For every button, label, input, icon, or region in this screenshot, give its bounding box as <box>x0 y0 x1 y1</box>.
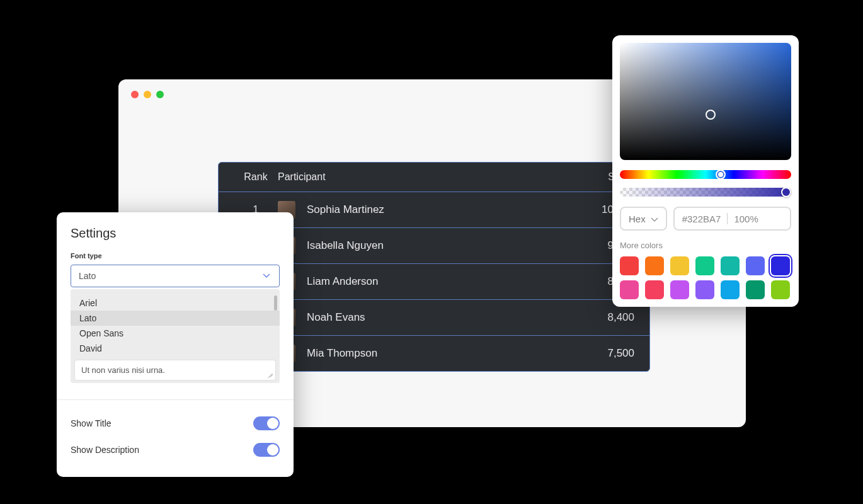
header-rank: Rank <box>234 171 278 183</box>
color-swatch[interactable] <box>771 280 790 299</box>
font-option[interactable]: Ariel <box>71 295 280 311</box>
color-swatch[interactable] <box>746 256 765 275</box>
score-cell: 8,400 <box>565 311 634 324</box>
toggle-row: Show Description <box>71 437 280 463</box>
color-format-select[interactable]: Hex <box>620 207 667 231</box>
chevron-down-icon <box>651 214 658 224</box>
color-swatch[interactable] <box>695 256 714 275</box>
font-select-value: Lato <box>79 271 96 281</box>
participant-name: Noah Evans <box>307 311 365 324</box>
participant-name: Isabella Nguyen <box>307 239 384 252</box>
color-picker-panel: Hex #322BA7 100% More colors <box>612 35 799 307</box>
color-swatch[interactable] <box>645 256 664 275</box>
participant-name: Liam Anderson <box>307 275 378 288</box>
font-dropdown: Ariel Lato Open Sans David Ut non varius… <box>71 289 280 383</box>
font-select[interactable]: Lato <box>71 265 280 287</box>
close-window-button[interactable] <box>131 91 139 98</box>
color-swatch[interactable] <box>645 280 664 299</box>
chevron-down-icon <box>263 272 271 280</box>
color-swatch[interactable] <box>721 280 740 299</box>
color-swatch[interactable] <box>746 280 765 299</box>
leaderboard-header: Rank Participant Score <box>219 163 649 192</box>
alpha-slider[interactable] <box>620 188 791 197</box>
show-description-toggle[interactable] <box>253 443 280 457</box>
color-swatch[interactable] <box>771 256 790 275</box>
settings-panel: Settings Font type Lato Ariel Lato Open … <box>57 212 294 477</box>
alpha-thumb[interactable] <box>781 187 791 197</box>
font-option[interactable]: Lato <box>71 311 280 326</box>
font-option[interactable]: Open Sans <box>71 326 280 341</box>
show-title-toggle[interactable] <box>253 416 280 430</box>
divider <box>57 399 294 400</box>
alpha-value: 100% <box>734 214 758 224</box>
resize-handle-icon[interactable] <box>266 371 273 377</box>
hex-input[interactable]: #322BA7 100% <box>673 207 791 231</box>
toggle-label: Show Description <box>71 445 139 455</box>
minimize-window-button[interactable] <box>144 91 151 98</box>
color-swatch[interactable] <box>670 256 689 275</box>
color-swatch[interactable] <box>721 256 740 275</box>
participant-name: Mia Thompson <box>307 347 377 360</box>
font-option[interactable]: David <box>71 341 280 356</box>
hex-value: #322BA7 <box>682 214 721 224</box>
scrollbar[interactable] <box>274 295 277 311</box>
hue-thumb[interactable] <box>716 169 726 180</box>
more-colors-label: More colors <box>620 241 791 250</box>
color-swatches <box>620 256 791 299</box>
toggle-label: Show Title <box>71 418 111 428</box>
header-participant: Participant <box>278 171 565 183</box>
gradient-cursor[interactable] <box>706 110 716 120</box>
hue-slider[interactable] <box>620 170 791 179</box>
toggle-row: Show Title <box>71 410 280 437</box>
color-swatch[interactable] <box>620 256 639 275</box>
divider <box>727 213 728 224</box>
color-swatch[interactable] <box>620 280 639 299</box>
saturation-gradient[interactable] <box>620 43 791 160</box>
settings-title: Settings <box>71 226 280 241</box>
font-type-label: Font type <box>71 252 280 260</box>
score-cell: 7,500 <box>565 347 634 360</box>
participant-name: Sophia Martinez <box>307 203 384 216</box>
color-swatch[interactable] <box>695 280 714 299</box>
maximize-window-button[interactable] <box>156 91 164 98</box>
description-textarea[interactable]: Ut non varius nisi urna. <box>74 360 276 381</box>
color-inputs-row: Hex #322BA7 100% <box>620 207 791 231</box>
color-swatch[interactable] <box>670 280 689 299</box>
